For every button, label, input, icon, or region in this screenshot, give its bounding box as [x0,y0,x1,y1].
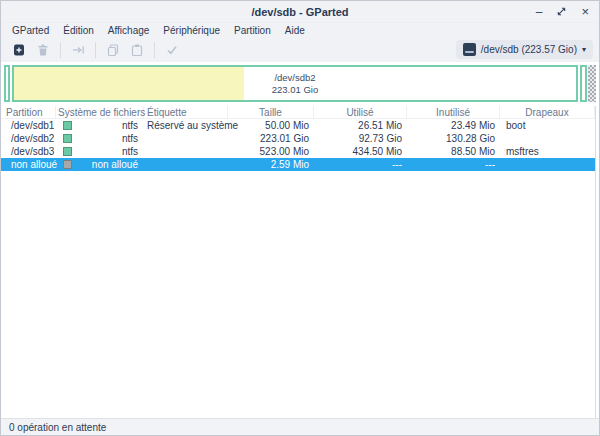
close-icon[interactable]: × [581,6,589,18]
cell-size: 523.00 Mio [228,146,314,157]
minimize-icon[interactable]: – [536,6,543,18]
restore-icon[interactable] [556,6,567,17]
column-header-size[interactable]: Taille [228,106,314,119]
new-partition-icon [12,43,26,57]
cell-filesystem: ntfs [72,120,144,131]
toolbar-separator [95,42,96,58]
cell-used: 26.51 Mio [314,120,407,131]
paste-button[interactable] [125,39,149,60]
menu-item-peripherique[interactable]: Périphérique [156,25,227,36]
cell-size: 2.59 Mio [228,159,314,170]
cell-unused: 88.50 Mio [407,146,500,157]
disk-visual-bar: /dev/sdb2 223.01 Gio [4,65,596,102]
column-header-used[interactable]: Utilisé [314,106,407,119]
fs-color-swatch [63,147,72,156]
cell-partition: non alloué [1,159,56,170]
apply-icon [165,43,179,57]
table-empty-area [1,171,595,418]
cell-filesystem: non alloué [72,159,144,170]
apply-button[interactable] [160,39,184,60]
menu-item-aide[interactable]: Aide [278,25,312,36]
pending-operations-text: 0 opération en attente [9,422,106,433]
disk-visual-partition-unallocated[interactable] [588,65,596,102]
column-header-unused[interactable]: Inutilisé [407,106,500,119]
cell-unused: 23.49 Mio [407,120,500,131]
cell-partition: /dev/sdb1 [1,120,56,131]
toolbar-separator [154,42,155,58]
cell-filesystem: ntfs [72,133,144,144]
cell-flags: boot [500,120,595,131]
menu-item-gparted[interactable]: GParted [5,25,56,36]
paste-icon [130,43,144,57]
copy-icon [106,43,120,57]
cell-unused: 130.28 Gio [407,133,500,144]
menu-item-edition[interactable]: Édition [56,25,101,36]
toolbar: /dev/sdb (223.57 Gio) ▾ [1,37,599,62]
menu-item-partition[interactable]: Partition [227,25,278,36]
partition-size-label: 223.01 Gio [272,84,318,96]
chevron-down-icon: ▾ [582,45,586,54]
delete-icon [36,43,50,57]
cell-size: 50.00 Mio [228,120,314,131]
resize-move-button[interactable] [66,39,90,60]
table-header-row: Partition Système de fichiers Étiquette … [1,106,595,119]
cell-size: 223.01 Gio [228,133,314,144]
delete-partition-button[interactable] [31,39,55,60]
disk-visual-partition-sdb3[interactable] [580,65,587,102]
toolbar-separator [60,42,61,58]
table-row[interactable]: /dev/sdb1 ntfs Réservé au système 50.00 … [1,119,595,132]
table-row[interactable]: /dev/sdb3 ntfs 523.00 Mio 434.50 Mio 88.… [1,145,595,158]
fs-color-swatch [63,160,72,169]
cell-label: Réservé au système [144,120,228,131]
disk-visual-partition-sdb2[interactable]: /dev/sdb2 223.01 Gio [12,65,578,102]
cell-flags: msftres [500,146,595,157]
cell-filesystem: ntfs [72,146,144,157]
gparted-window: /dev/sdb - GParted – × GParted Édition A… [0,0,600,436]
copy-button[interactable] [101,39,125,60]
partition-name-label: /dev/sdb2 [274,72,315,84]
cell-used: 92.73 Gio [314,133,407,144]
table-row[interactable]: /dev/sdb2 ntfs 223.01 Gio 92.73 Gio 130.… [1,132,595,145]
resize-move-icon [71,43,86,57]
cell-partition: /dev/sdb3 [1,146,56,157]
window-title: /dev/sdb - GParted [1,6,599,18]
new-partition-button[interactable] [7,39,31,60]
column-header-flags[interactable]: Drapeaux [500,106,595,119]
device-selector-value: /dev/sdb (223.57 Gio) [481,44,577,55]
column-header-filesystem[interactable]: Système de fichiers [56,106,144,119]
disk-visual-partition-sdb1[interactable] [4,65,10,102]
device-selector[interactable]: /dev/sdb (223.57 Gio) ▾ [456,40,593,59]
cell-used: 434.50 Mio [314,146,407,157]
menu-item-affichage[interactable]: Affichage [101,25,157,36]
title-bar: /dev/sdb - GParted – × [1,1,599,23]
table-row-selected[interactable]: non alloué non alloué 2.59 Mio --- --- [1,158,595,171]
main-content: /dev/sdb2 223.01 Gio Partition Système d… [1,62,599,418]
column-header-partition[interactable]: Partition [1,106,56,119]
fs-color-swatch [63,134,72,143]
menu-bar: GParted Édition Affichage Périphérique P… [1,23,599,37]
cell-unused: --- [407,159,500,170]
partition-table: Partition Système de fichiers Étiquette … [1,106,596,418]
cell-used: --- [314,159,407,170]
hard-disk-icon [463,43,476,56]
fs-color-swatch [63,121,72,130]
column-header-label[interactable]: Étiquette [144,106,228,119]
cell-partition: /dev/sdb2 [1,133,56,144]
status-bar: 0 opération en attente [1,418,599,435]
